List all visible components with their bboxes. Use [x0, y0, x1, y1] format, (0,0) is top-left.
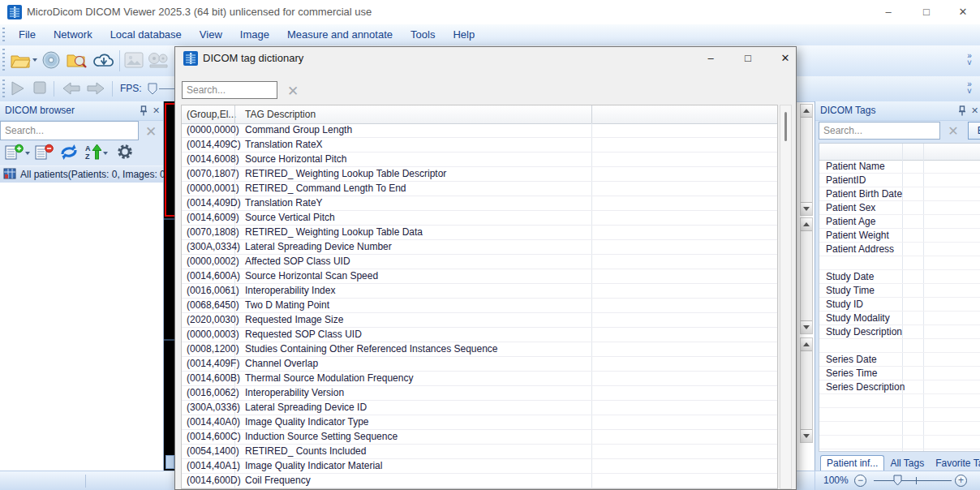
tag-row-patient-name[interactable]: Patient Name [819, 160, 980, 174]
tag-row-blank[interactable] [819, 408, 980, 422]
scroll-up-icon[interactable] [803, 342, 810, 346]
toolbar-overflow-button[interactable]: »˅ [964, 80, 975, 95]
dialog-table-row[interactable]: (0014,409D)Translation RateY [182, 196, 777, 211]
dialog-minimize-button[interactable]: – [698, 47, 723, 70]
export-video-button-disabled[interactable] [148, 51, 169, 69]
dialog-table-row[interactable]: (300A,0334)Lateral Spreading Device Numb… [182, 240, 777, 255]
browser-list-area[interactable] [0, 183, 163, 471]
scroll-down-icon[interactable] [803, 207, 810, 211]
tab-favorite-ta-[interactable]: Favorite Ta... [930, 456, 980, 471]
dialog-table-row[interactable]: (0014,6008)Source Horizontal Pitch [182, 153, 777, 167]
pin-icon[interactable] [140, 105, 148, 118]
menu-item-help[interactable]: Help [444, 24, 484, 45]
dialog-table-row[interactable]: (0014,40A0)Image Quality Indicator Type [182, 415, 777, 430]
dialog-table-row[interactable]: (0014,600D)Coil Frequency [182, 474, 777, 488]
fps-slider-thumb[interactable] [148, 83, 157, 95]
dialog-table-row[interactable]: (0054,1400)RETIRED_ Counts Included [182, 445, 777, 459]
close-icon[interactable]: ✕ [153, 105, 160, 116]
tag-row-study-id[interactable]: Study ID [819, 298, 980, 312]
menu-item-network[interactable]: Network [45, 24, 101, 45]
tag-row-blank[interactable] [819, 436, 980, 449]
dialog-table-row[interactable]: (0014,6009)Source Vertical Pitch [182, 211, 777, 226]
tag-row-study-time[interactable]: Study Time [819, 284, 980, 298]
tag-row-study-date[interactable]: Study Date [819, 270, 980, 284]
zoom-slider-track[interactable] [874, 480, 952, 481]
chevron-down-icon[interactable] [103, 152, 108, 155]
tags-search-clear-button[interactable]: ✕ [942, 123, 965, 139]
export-image-button-disabled[interactable] [124, 52, 144, 68]
tag-row-series-description[interactable]: Series Description [819, 380, 980, 394]
tag-row-patient-weight[interactable]: Patient Weight [819, 229, 980, 243]
dialog-table-row[interactable]: (0000,0002)Affected SOP Class UID [182, 255, 777, 269]
tag-row-blank[interactable] [819, 422, 980, 436]
tag-row-study-description[interactable]: Study Description [819, 325, 980, 339]
cloud-download-button[interactable] [92, 50, 115, 70]
close-icon[interactable]: ✕ [971, 105, 978, 116]
menu-item-image[interactable]: Image [231, 24, 278, 45]
zoom-in-button[interactable]: + [955, 475, 967, 487]
dialog-table-row[interactable]: (0014,409F)Channel Overlap [182, 357, 777, 372]
dialog-table-row[interactable]: (0016,0061)Interoperability Index [182, 284, 777, 299]
dialog-table-row[interactable]: (2020,0030)Requested Image Size [182, 313, 777, 328]
refresh-icon[interactable] [58, 144, 80, 164]
dialog-table-row[interactable]: (0070,1808)RETIRED_ Weighting Lookup Tab… [182, 226, 777, 240]
previous-frame-button-disabled[interactable] [62, 81, 81, 96]
browser-search-clear-button[interactable]: ✕ [140, 123, 162, 140]
dialog-table-row[interactable]: (0014,600A)Source Horizontal Scan Speed [182, 269, 777, 284]
tag-row-patientid[interactable]: PatientID [819, 174, 980, 187]
dialog-search-input[interactable] [182, 81, 277, 99]
dialog-close-button[interactable]: ✕ [773, 47, 797, 70]
zoom-slider-thumb[interactable] [893, 475, 902, 489]
column-tag-description[interactable]: TAG Description [245, 105, 316, 123]
dialog-table-row[interactable]: (0068,6450)Two D Mating Point [182, 299, 777, 313]
add-to-list-button[interactable] [5, 144, 24, 164]
scrollbar[interactable] [800, 217, 813, 334]
scrollbar[interactable] [800, 104, 813, 216]
chevron-down-icon[interactable] [25, 152, 30, 155]
play-button-disabled[interactable] [10, 80, 26, 97]
tag-row-blank[interactable] [819, 256, 980, 270]
tag-row-patient-birth-date[interactable]: Patient Birth Date [819, 187, 980, 201]
dialog-table-row[interactable]: (0014,600C)Induction Source Setting Sequ… [182, 430, 777, 445]
all-patients-item[interactable]: All patients(Patients: 0, Images: 0) [0, 165, 163, 183]
gear-icon[interactable] [116, 143, 134, 164]
toolbar-overflow-button[interactable]: »˅ [964, 52, 975, 67]
remove-from-list-button[interactable] [35, 144, 54, 164]
column-group-element[interactable]: (Group,El... [187, 105, 236, 123]
pin-icon[interactable] [958, 105, 966, 118]
tag-row-study-modality[interactable]: Study Modality [819, 312, 980, 325]
dialog-table-row[interactable]: (0014,409C)Translation RateX [182, 138, 777, 153]
tag-row-series-time[interactable]: Series Time [819, 367, 980, 380]
scroll-up-icon[interactable] [803, 109, 810, 113]
browser-search-input[interactable] [0, 121, 139, 140]
menu-item-file[interactable]: File [10, 24, 45, 45]
toolbar-grip[interactable] [2, 49, 5, 73]
dialog-table-row[interactable]: (0008,1200)Studies Containing Other Refe… [182, 342, 777, 357]
tag-row-blank[interactable] [819, 394, 980, 408]
menubar-grip[interactable] [2, 28, 5, 42]
scroll-down-icon[interactable] [803, 434, 810, 438]
tags-table-header[interactable] [819, 144, 980, 161]
dialog-table-header[interactable]: (Group,El... TAG Description [182, 105, 777, 124]
menu-item-view[interactable]: View [191, 24, 231, 45]
tab-all-tags[interactable]: All Tags [884, 456, 930, 471]
window-maximize-button[interactable]: □ [914, 0, 939, 24]
thumbnail-scroll-button[interactable] [165, 455, 174, 469]
open-folder-button[interactable] [10, 51, 31, 69]
window-close-button[interactable]: ✕ [951, 0, 975, 24]
dialog-search-clear-button[interactable]: ✕ [282, 83, 303, 100]
menu-item-tools[interactable]: Tools [402, 24, 444, 45]
edit-button[interactable]: Edit [968, 122, 980, 140]
dialog-scrollbar-thumb[interactable] [784, 112, 787, 141]
dialog-table-row[interactable]: (0000,0003)Requested SOP Class UID [182, 328, 777, 342]
dialog-table-row[interactable]: (0014,600B)Thermal Source Modulation Fre… [182, 372, 777, 386]
dialog-table-row[interactable]: (0014,40A1)Image Quality Indicator Mater… [182, 459, 777, 474]
scrollbar[interactable] [800, 337, 813, 443]
zoom-out-button[interactable]: − [854, 475, 866, 487]
dialog-table-row[interactable]: (300A,0336)Lateral Spreading Device ID [182, 401, 777, 415]
open-cd-button[interactable] [42, 51, 60, 69]
tag-row-series-date[interactable]: Series Date [819, 353, 980, 367]
tag-row-patient-address[interactable]: Patient Address [819, 243, 980, 256]
dialog-table-row[interactable]: (0000,0000)Command Group Length [182, 123, 777, 138]
dialog-scrollbar[interactable] [780, 105, 792, 489]
